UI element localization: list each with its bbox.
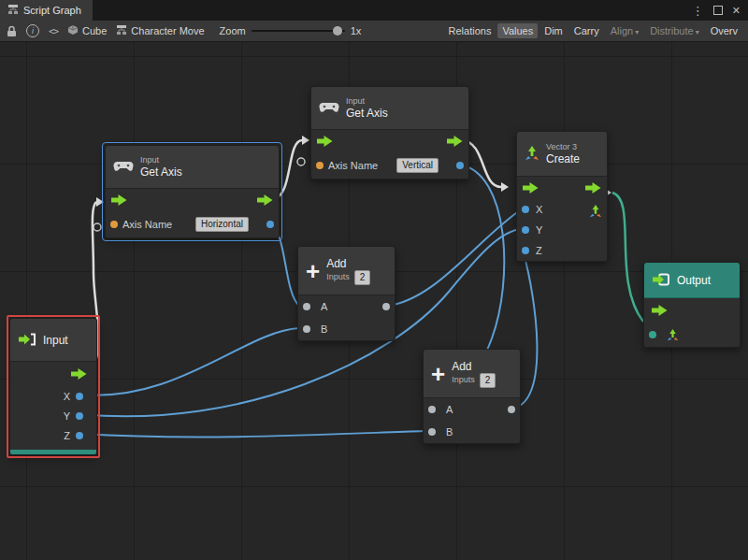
node-input[interactable]: Input X Y Z: [9, 318, 97, 455]
x-input-port[interactable]: [522, 206, 529, 213]
flow-in-arrow-icon[interactable]: [652, 305, 668, 316]
graph-asset-character-move[interactable]: Character Move: [116, 24, 204, 37]
row-label: A: [321, 301, 327, 312]
inputs-label: Inputs: [452, 375, 475, 385]
node-title: Add: [452, 360, 496, 373]
distribute-label: Distribute: [650, 25, 693, 36]
param-label: Axis Name: [122, 219, 172, 230]
close-icon[interactable]: ✕: [732, 5, 741, 17]
input-icon: [18, 333, 36, 348]
node-title: Output: [677, 274, 711, 287]
chevron-down-icon: ▾: [635, 28, 639, 36]
z-output-port[interactable]: [76, 432, 83, 439]
tab-script-graph[interactable]: Script Graph: [0, 0, 93, 21]
align-dropdown[interactable]: Align▾: [606, 23, 643, 38]
y-output-port[interactable]: [76, 412, 83, 420]
cube-label: Cube: [82, 25, 107, 36]
node-title: Get Axis: [140, 165, 182, 179]
script-graph-window: Script Graph ⋮ ✕ i <> Cube Character Mov…: [0, 0, 748, 560]
node-get-axis-vertical[interactable]: Input Get Axis Axis Name Vertical: [310, 86, 469, 179]
flow-in-arrow-icon[interactable]: [523, 182, 539, 194]
node-title: Input: [43, 334, 68, 347]
x-output-port[interactable]: [76, 393, 83, 400]
graph-asset-icon: [116, 24, 127, 37]
node-category: Input: [346, 96, 388, 107]
overview-button[interactable]: Overv: [706, 23, 742, 38]
value-output-port[interactable]: [266, 221, 274, 228]
node-title: Add: [326, 257, 370, 270]
flow-out-arrow-icon[interactable]: [585, 182, 601, 194]
zoom-label: Zoom: [220, 25, 246, 36]
input-port-b[interactable]: [428, 428, 436, 436]
gamepad-icon: [113, 161, 134, 174]
string-input-port[interactable]: [316, 162, 324, 169]
window-menu-icon[interactable]: ⋮: [692, 5, 704, 17]
node-category: Vector 3: [546, 142, 580, 152]
plus-icon: +: [431, 362, 445, 386]
relations-toggle[interactable]: Relations: [444, 23, 496, 38]
row-label: B: [321, 323, 327, 335]
node-title: Get Axis: [346, 107, 388, 120]
code-view-icon[interactable]: <>: [49, 26, 58, 36]
node-add-bottom[interactable]: + Add Inputs 2 A B: [423, 349, 521, 444]
row-label: Z: [64, 430, 70, 441]
node-output[interactable]: Output: [643, 262, 741, 348]
inputs-count-field[interactable]: 2: [354, 270, 371, 285]
value-input-port[interactable]: [649, 331, 656, 338]
distribute-dropdown[interactable]: Distribute▾: [645, 23, 703, 38]
z-input-port[interactable]: [522, 247, 529, 254]
node-add-top[interactable]: + Add Inputs 2 A B: [297, 246, 396, 341]
vector3-type-icon: [667, 329, 679, 341]
graph-owner-cube[interactable]: Cube: [67, 24, 107, 37]
gamepad-icon: [319, 102, 339, 115]
cube-icon: [67, 24, 79, 37]
tab-title: Script Graph: [23, 5, 81, 16]
flow-out-arrow-icon[interactable]: [257, 194, 273, 206]
graph-asset-label: Character Move: [131, 25, 204, 36]
flow-in-arrow-icon[interactable]: [317, 136, 333, 147]
zoom-slider-handle[interactable]: [333, 26, 342, 36]
value-output-port[interactable]: [456, 162, 464, 169]
sum-output-port[interactable]: [382, 303, 390, 310]
zoom-slider[interactable]: [252, 30, 345, 32]
info-icon[interactable]: i: [26, 24, 39, 37]
zoom-value: 1x: [351, 25, 362, 36]
flow-in-arrow-icon[interactable]: [111, 194, 127, 206]
row-label: Z: [536, 245, 542, 256]
input-port-b[interactable]: [303, 325, 310, 333]
row-label: B: [446, 426, 453, 438]
plus-icon: +: [306, 259, 320, 283]
node-get-axis-horizontal[interactable]: Input Get Axis Axis Name Horizontal: [105, 145, 280, 238]
maximize-icon[interactable]: [713, 6, 723, 15]
string-input-port[interactable]: [110, 221, 118, 228]
title-bar: Script Graph ⋮ ✕: [0, 0, 748, 21]
chevron-down-icon: ▾: [696, 28, 699, 36]
sum-output-port[interactable]: [508, 406, 515, 413]
input-node-footer-strip: [10, 450, 96, 454]
lock-icon[interactable]: [6, 25, 17, 37]
flow-out-arrow-icon[interactable]: [71, 368, 87, 380]
align-label: Align: [611, 25, 633, 36]
input-port-a[interactable]: [303, 303, 310, 310]
script-graph-icon: [7, 4, 19, 17]
node-vector3-create[interactable]: Vector 3 Create X Y Z: [516, 131, 608, 262]
row-label: X: [536, 204, 542, 215]
flow-out-arrow-icon[interactable]: [447, 136, 463, 147]
axis-name-field[interactable]: Horizontal: [195, 217, 249, 232]
vector3-icon: [525, 146, 539, 163]
row-label: X: [64, 391, 70, 402]
axis-name-field[interactable]: Vertical: [396, 158, 439, 173]
carry-toggle[interactable]: Carry: [569, 23, 604, 38]
dim-toggle[interactable]: Dim: [539, 23, 568, 38]
param-label: Axis Name: [328, 160, 378, 171]
row-label: Y: [536, 224, 542, 236]
node-category: Input: [140, 155, 182, 165]
row-label: A: [446, 404, 453, 415]
inputs-label: Inputs: [326, 272, 350, 282]
values-toggle[interactable]: Values: [497, 23, 538, 38]
input-port-a[interactable]: [428, 406, 436, 413]
node-title: Create: [546, 152, 580, 165]
inputs-count-field[interactable]: 2: [480, 373, 496, 388]
output-icon: [652, 273, 670, 288]
y-input-port[interactable]: [522, 226, 529, 234]
